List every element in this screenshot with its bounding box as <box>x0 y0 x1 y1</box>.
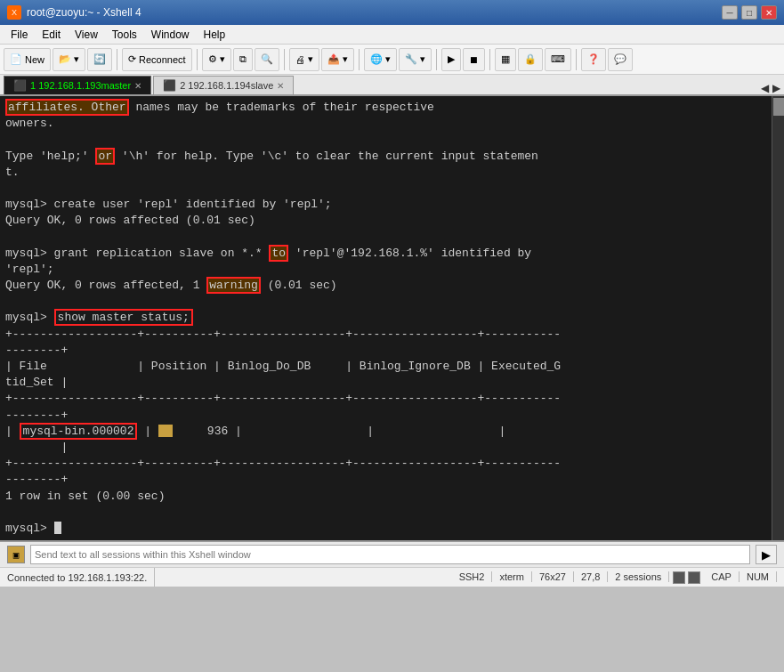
history-button[interactable]: 🔄 <box>87 48 112 71</box>
print-icon: 🖨 <box>295 54 305 65</box>
terminal-line-6: mysql> create user 'repl' identified by … <box>5 197 764 213</box>
close-button[interactable]: ✕ <box>761 5 777 20</box>
menu-tools[interactable]: Tools <box>105 27 144 43</box>
globe-button[interactable]: 🌐 ▾ <box>364 48 397 71</box>
sep5 <box>436 49 437 70</box>
tab-prev-button[interactable]: ◀ <box>761 82 769 94</box>
sep1 <box>117 49 117 70</box>
menu-file[interactable]: File <box>4 27 35 43</box>
window-title: root@zuoyu:~ - Xshell 4 <box>27 6 141 19</box>
terminal[interactable]: affiliates. Other names may be trademark… <box>0 96 784 540</box>
term-status: xterm <box>492 571 532 582</box>
grid-button[interactable]: ▦ <box>495 48 516 71</box>
open-icon: 📂 <box>59 53 71 65</box>
tabs-area: ⬛ 1 192.168.1.193master ✕ ⬛ 2 192.168.1.… <box>0 75 784 96</box>
menu-edit[interactable]: Edit <box>35 27 68 43</box>
connection-status: Connected to 192.168.1.193:22. <box>7 568 155 587</box>
terminal-line-3: Type 'help;' or '\h' for help. Type '\c'… <box>5 149 764 165</box>
chat-button[interactable]: 💬 <box>608 48 633 71</box>
tab-2-close[interactable]: ✕ <box>277 81 284 91</box>
terminal-line-11: Query OK, 0 rows affected, 1 warning (0.… <box>5 278 764 294</box>
menu-view[interactable]: View <box>68 27 105 43</box>
terminal-content: affiliates. Other names may be trademark… <box>5 100 779 537</box>
new-icon: 📄 <box>10 53 22 65</box>
terminal-line-8 <box>5 230 764 246</box>
terminal-line-18: +------------------+----------+---------… <box>5 391 764 407</box>
settings-button[interactable]: ⚙ ▾ <box>202 48 231 71</box>
tab-1-icon: ⬛ <box>13 79 27 92</box>
find-button[interactable]: 🔍 <box>255 48 279 71</box>
position-status: 27,8 <box>574 571 608 582</box>
tab-2-label: 2 192.168.1.194slave <box>180 80 273 91</box>
size-status: 76x27 <box>532 571 574 582</box>
maximize-button[interactable]: □ <box>741 5 757 20</box>
tab-next-button[interactable]: ▶ <box>772 82 780 94</box>
terminal-line-24: 1 row in set (0.00 sec) <box>5 489 764 505</box>
scrollbar-thumb[interactable] <box>773 98 784 116</box>
terminal-line-9: mysql> grant replication slave on *.* to… <box>5 246 764 262</box>
tab-1[interactable]: ⬛ 1 192.168.1.193master ✕ <box>4 76 151 94</box>
help-icon: ❓ <box>587 53 600 65</box>
terminal-scrollbar[interactable] <box>772 96 784 540</box>
terminal-line-13: mysql> show master status; <box>5 310 764 326</box>
lock-button[interactable]: 🔒 <box>518 48 543 71</box>
print-button[interactable]: 🖨 ▾ <box>289 48 319 71</box>
terminal-line-12 <box>5 294 764 310</box>
send-input[interactable] <box>30 545 750 564</box>
help-button[interactable]: ❓ <box>581 48 606 71</box>
duplicate-button[interactable]: ⧉ <box>233 48 253 71</box>
dq-indicator <box>673 571 685 584</box>
tools2-icon: 🔧 <box>405 53 417 65</box>
stop-button[interactable]: ⏹ <box>463 48 485 71</box>
terminal-line-1: owners. <box>5 116 764 132</box>
menu-window[interactable]: Window <box>144 27 197 43</box>
dq2-indicator <box>688 571 700 584</box>
keyboard-button[interactable]: ⌨ <box>545 48 571 71</box>
sessions-status: 2 sessions <box>608 571 669 582</box>
terminal-line-0: affiliates. Other names may be trademark… <box>5 100 764 116</box>
settings-icon: ⚙ <box>208 53 217 65</box>
tab-2-icon: ⬛ <box>163 79 176 92</box>
menu-help[interactable]: Help <box>197 27 233 43</box>
terminal-line-10: 'repl'; <box>5 262 764 278</box>
history-icon: 🔄 <box>93 53 106 65</box>
sep6 <box>489 49 490 70</box>
minimize-button[interactable]: ─ <box>722 5 738 20</box>
terminal-line-21: | <box>5 440 764 456</box>
terminal-line-7: Query OK, 0 rows affected (0.01 sec) <box>5 213 764 229</box>
new-button[interactable]: 📄 New <box>4 48 51 71</box>
status-bar: Connected to 192.168.1.193:22. SSH2 xter… <box>0 567 784 587</box>
send-bar: ▣ ▶ <box>0 540 784 567</box>
sep2 <box>197 49 198 70</box>
tab-1-close[interactable]: ✕ <box>134 81 141 91</box>
tab-2[interactable]: ⬛ 2 192.168.1.194slave ✕ <box>153 76 294 94</box>
stop-icon: ⏹ <box>469 54 479 65</box>
sep4 <box>359 49 360 70</box>
send-expand-button[interactable]: ▶ <box>756 545 777 564</box>
terminal-line-4: t. <box>5 165 764 181</box>
tab-1-label: 1 192.168.1.193master <box>30 80 131 91</box>
tools2-button[interactable]: 🔧 ▾ <box>399 48 432 71</box>
reconnect-button[interactable]: ⟳ Reconnect <box>122 48 192 71</box>
protocol-status: SSH2 <box>459 571 493 582</box>
play-button[interactable]: ▶ <box>441 48 461 71</box>
terminal-line-5 <box>5 181 764 197</box>
chat-icon: 💬 <box>614 53 626 65</box>
keyboard-icon: ⌨ <box>551 53 565 65</box>
sep7 <box>576 49 577 70</box>
send-sessions-icon: ▣ <box>7 546 25 563</box>
find-icon: 🔍 <box>261 53 273 65</box>
reconnect-icon: ⟳ <box>128 53 136 65</box>
globe-icon: 🌐 <box>370 53 383 65</box>
title-bar: X root@zuoyu:~ - Xshell 4 ─ □ ✕ <box>0 0 784 25</box>
menu-bar: File Edit View Tools Window Help <box>0 25 784 45</box>
terminal-line-14: +------------------+----------+---------… <box>5 327 764 343</box>
open-button[interactable]: 📂 ▾ <box>53 48 85 71</box>
toolbar: 📄 New 📂 ▾ 🔄 ⟳ Reconnect ⚙ ▾ ⧉ 🔍 🖨 ▾ 📤 ▾ … <box>0 45 784 75</box>
lock-icon: 🔒 <box>524 53 537 65</box>
transfer-icon: 📤 <box>327 53 340 65</box>
transfer-button[interactable]: 📤 ▾ <box>321 48 354 71</box>
terminal-line-22: +------------------+----------+---------… <box>5 456 764 472</box>
terminal-line-20: | mysql-bin.000002 | 936 | | | <box>5 424 764 440</box>
tab-nav: ◀ ▶ <box>761 82 780 94</box>
